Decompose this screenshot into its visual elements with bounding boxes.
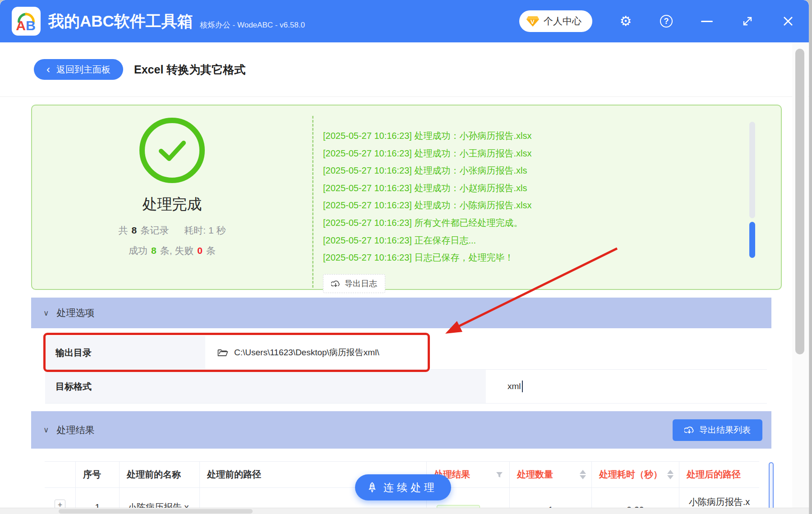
sort-icon[interactable] — [667, 470, 674, 479]
column-elapsed: 处理耗时（秒） — [591, 462, 679, 487]
back-button-label: 返回到主面板 — [56, 64, 111, 76]
user-center-label: 个人中心 — [544, 15, 581, 28]
column-index: 序号 — [75, 462, 119, 487]
rocket-icon — [367, 482, 378, 493]
log-line: [2025-05-27 10:16:23] 日志已保存，处理完毕！ — [323, 249, 740, 266]
target-format-input[interactable]: xml — [486, 370, 523, 403]
export-log-button[interactable]: 导出日志 — [323, 274, 385, 293]
titlebar-actions: V 个人中心 ⚙ ? — [519, 10, 795, 32]
page-title: Excel 转换为其它格式 — [134, 62, 245, 77]
filter-icon[interactable] — [496, 471, 503, 478]
stats-total-line: 共8条记录耗时: 1 秒 — [119, 224, 226, 237]
app-subtitle: 核烁办公 - WodeABC - v6.58.0 — [200, 20, 305, 30]
log-panel: [2025-05-27 10:16:23] 处理成功：小孙病历报告.xlsx [… — [312, 116, 740, 288]
minimize-button[interactable] — [700, 14, 714, 28]
success-count: 8 — [151, 245, 157, 256]
output-dir-label: 输出目录 — [45, 336, 205, 369]
total-count: 8 — [132, 225, 137, 235]
page-content: 处理完成 共8条记录耗时: 1 秒 成功8条, 失败0条 [2025-05-27… — [0, 97, 809, 514]
column-count: 处理数量 — [509, 462, 591, 487]
success-panel: 处理完成 共8条记录耗时: 1 秒 成功8条, 失败0条 [2025-05-27… — [31, 105, 782, 290]
column-path-after: 处理后的路径 — [679, 462, 759, 487]
maximize-button[interactable] — [740, 14, 755, 28]
export-result-list-label: 导出结果列表 — [699, 424, 751, 436]
success-summary: 处理完成 共8条记录耗时: 1 秒 成功8条, 失败0条 — [32, 106, 312, 289]
log-line: [2025-05-27 10:16:23] 处理成功：小王病历报告.xlsx — [323, 145, 740, 162]
close-icon — [782, 15, 794, 27]
page-header: ‹ 返回到主面板 Excel 转换为其它格式 — [0, 42, 809, 97]
folder-icon — [217, 348, 228, 357]
continue-processing-label: 连续处理 — [383, 481, 438, 495]
log-line: [2025-05-27 10:16:23] 处理成功：小孙病历报告.xlsx — [323, 127, 740, 145]
back-chevron-icon: ‹ — [46, 64, 50, 75]
log-line: [2025-05-27 10:16:23] 处理成功：小张病历报告.xls — [323, 162, 740, 179]
cloud-download-icon — [331, 280, 340, 288]
log-line: [2025-05-27 10:16:23] 所有文件都已经处理完成。 — [323, 214, 740, 232]
back-to-main-button[interactable]: ‹ 返回到主面板 — [34, 59, 123, 80]
titlebar: A B 我的ABC软件工具箱 核烁办公 - WodeABC - v6.58.0 … — [0, 0, 809, 42]
text-caret — [522, 381, 523, 392]
svg-text:A: A — [16, 18, 26, 33]
chevron-down-icon: ∨ — [43, 308, 49, 318]
section-header-results[interactable]: ∨ 处理结果 导出结果列表 — [31, 411, 771, 449]
svg-text:V: V — [531, 18, 535, 25]
cloud-download-icon — [684, 426, 694, 434]
column-name-before: 处理前的名称 — [119, 462, 199, 487]
user-center-button[interactable]: V 个人中心 — [519, 10, 592, 32]
log-line: [2025-05-27 10:16:23] 正在保存日志... — [323, 232, 740, 249]
fail-count: 0 — [197, 245, 203, 256]
svg-text:B: B — [26, 18, 36, 33]
output-dir-value[interactable]: C:\Users\11623\Desktop\病历报告xml\ — [205, 336, 379, 369]
options-section-title: 处理选项 — [56, 307, 94, 319]
maximize-icon — [742, 15, 753, 27]
close-button[interactable] — [781, 14, 795, 28]
target-format-label: 目标格式 — [45, 370, 486, 403]
options-table: 输出目录 C:\Users\11623\Desktop\病历报告xml\ 目标格… — [45, 336, 767, 404]
app-title: 我的ABC软件工具箱 — [48, 11, 193, 32]
sort-icon[interactable] — [580, 470, 586, 479]
stats-result-line: 成功8条, 失败0条 — [129, 244, 216, 257]
section-header-options[interactable]: ∨ 处理选项 — [31, 298, 771, 328]
export-log-label: 导出日志 — [345, 278, 377, 289]
chevron-down-icon: ∨ — [43, 425, 49, 435]
column-expand — [45, 462, 75, 487]
log-line: [2025-05-27 10:16:23] 处理成功：小赵病历报告.xls — [323, 179, 740, 197]
page-scrollbar-thumb[interactable] — [795, 49, 804, 354]
app-window: A B 我的ABC软件工具箱 核烁办公 - WodeABC - v6.58.0 … — [0, 0, 809, 514]
horizontal-scrollbar-track — [0, 508, 809, 514]
results-section-title: 处理结果 — [56, 424, 94, 436]
elapsed-text: 耗时: 1 秒 — [184, 225, 226, 235]
help-button[interactable]: ? — [659, 14, 674, 28]
app-logo-icon: A B — [14, 9, 38, 33]
log-line: [2025-05-27 10:16:23] 处理成功：小陈病历报告.xlsx — [323, 197, 740, 214]
success-check-icon — [139, 118, 205, 183]
option-row-output-dir: 输出目录 C:\Users\11623\Desktop\病历报告xml\ — [45, 336, 767, 370]
table-scrollbar-thumb[interactable] — [769, 462, 774, 513]
question-icon: ? — [660, 15, 673, 28]
horizontal-scrollbar-thumb[interactable] — [59, 509, 253, 514]
gear-icon: ⚙ — [620, 14, 632, 28]
status-title: 处理完成 — [143, 194, 202, 215]
app-logo: A B — [12, 7, 41, 36]
minimize-icon — [701, 21, 713, 22]
export-result-list-button[interactable]: 导出结果列表 — [673, 419, 762, 441]
log-scrollbar-thumb[interactable] — [749, 222, 755, 258]
continue-processing-button[interactable]: 连续处理 — [355, 474, 451, 500]
vip-diamond-icon: V — [526, 15, 539, 27]
option-row-target-format: 目标格式 xml — [45, 370, 767, 404]
log-scrollbar-track — [749, 122, 755, 218]
settings-button[interactable]: ⚙ — [618, 14, 633, 28]
